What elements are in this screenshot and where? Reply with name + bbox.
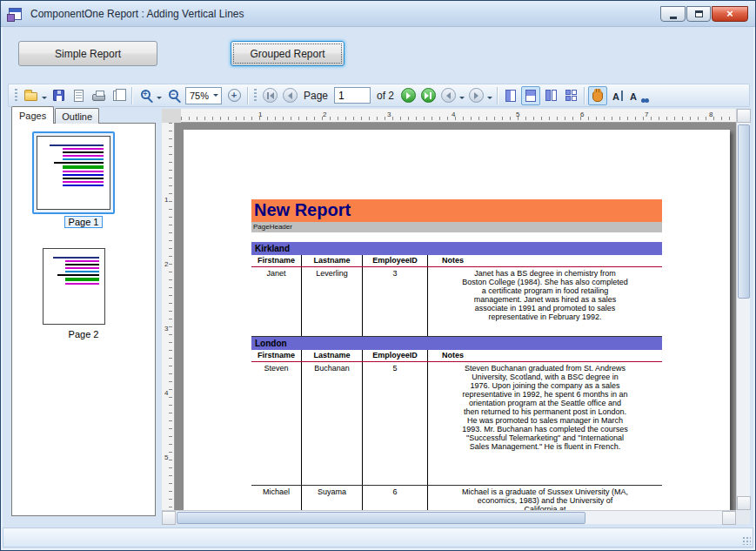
page-setup-button[interactable] bbox=[69, 86, 88, 105]
scroll-up-button[interactable] bbox=[737, 109, 751, 123]
facing-pages-view-button[interactable] bbox=[541, 86, 560, 105]
single-page-view-button[interactable] bbox=[501, 86, 520, 105]
vertical-ruler: 1 2 3 4 5 bbox=[162, 123, 175, 510]
zoom-dropdown-arrow-icon[interactable] bbox=[157, 97, 162, 102]
history-forward-button[interactable] bbox=[466, 86, 485, 105]
hruler-mark: 1 bbox=[258, 111, 262, 118]
toolbar-separator bbox=[497, 87, 498, 104]
arrow-right-icon bbox=[727, 515, 733, 521]
next-page-button[interactable] bbox=[398, 86, 418, 105]
grouped-report-button[interactable]: Grouped Report bbox=[231, 41, 345, 66]
history-back-icon bbox=[441, 88, 456, 103]
continuous-view-button[interactable] bbox=[521, 86, 540, 105]
cell-notes: Steven Buchanan graduated from St. Andre… bbox=[427, 362, 662, 485]
toolbar-grip[interactable] bbox=[15, 89, 17, 103]
horizontal-scrollbar[interactable] bbox=[162, 510, 736, 524]
close-button[interactable]: × bbox=[712, 6, 748, 22]
toolbar-separator bbox=[247, 87, 248, 104]
group-header-kirkland: Kirkland bbox=[251, 242, 662, 255]
continuous-facing-view-icon bbox=[565, 90, 577, 101]
save-floppy-icon bbox=[53, 90, 64, 101]
cell-notes: Michael is a graduate of Sussex Universi… bbox=[427, 486, 662, 510]
scroll-right-button[interactable] bbox=[722, 511, 736, 525]
column-header-notes: Notes bbox=[427, 255, 662, 266]
hruler-mark: 4 bbox=[452, 111, 455, 118]
history-forward-arrow-icon[interactable] bbox=[487, 97, 492, 102]
last-page-icon bbox=[421, 88, 436, 103]
previous-page-icon bbox=[283, 88, 298, 103]
zoom-in-button[interactable] bbox=[136, 86, 155, 105]
tab-pages[interactable]: Pages bbox=[11, 106, 54, 124]
minimize-button[interactable] bbox=[660, 6, 686, 22]
column-header-lastname: Lastname bbox=[301, 255, 362, 266]
report-title: New Report bbox=[254, 200, 351, 219]
save-button[interactable] bbox=[49, 86, 68, 105]
open-report-button[interactable] bbox=[21, 86, 40, 105]
history-forward-icon bbox=[469, 88, 484, 103]
zoom-level-combo[interactable]: 75% bbox=[185, 87, 222, 104]
open-dropdown-arrow-icon[interactable] bbox=[42, 97, 47, 102]
report-viewport[interactable]: New Report PageHeader Kirkland Firstname… bbox=[175, 123, 736, 510]
zoom-step-button[interactable] bbox=[224, 86, 244, 105]
page-1-thumbnail[interactable] bbox=[32, 131, 115, 214]
vertical-scrollbar[interactable] bbox=[736, 109, 750, 510]
previous-page-button[interactable] bbox=[280, 86, 299, 105]
zoom-out-icon bbox=[169, 90, 178, 99]
simple-report-button[interactable]: Simple Report bbox=[18, 41, 157, 66]
hand-tool-button[interactable] bbox=[588, 86, 607, 105]
horizontal-scroll-thumb[interactable] bbox=[177, 512, 585, 524]
hruler-mark: 2 bbox=[323, 111, 326, 118]
export-button[interactable] bbox=[109, 86, 128, 105]
copy-pages-icon bbox=[113, 91, 122, 101]
preview-toolbar: 75% Page of 2 bbox=[8, 84, 750, 107]
tab-outline[interactable]: Outline bbox=[55, 108, 99, 124]
zoom-out-button[interactable] bbox=[164, 86, 183, 105]
history-back-arrow-icon[interactable] bbox=[459, 97, 465, 102]
cell-lastname: Buchanan bbox=[301, 362, 362, 485]
continuous-view-icon bbox=[525, 90, 536, 102]
text-select-tool-button[interactable] bbox=[608, 86, 627, 105]
report-page: New Report PageHeader Kirkland Firstname… bbox=[184, 130, 730, 510]
cell-employeeid: 3 bbox=[362, 267, 427, 336]
zoom-in-icon bbox=[141, 90, 151, 99]
page-number-input[interactable] bbox=[334, 87, 371, 104]
arrow-up-icon bbox=[741, 112, 746, 118]
thumbnail-content bbox=[47, 255, 99, 285]
ruler-corner bbox=[162, 109, 181, 123]
vruler-mark: 2 bbox=[164, 260, 168, 268]
page-2-thumbnail-image bbox=[43, 248, 105, 325]
arrow-down-icon bbox=[741, 501, 746, 507]
table-row: Janet Leverling 3 Janet has a BS degree … bbox=[251, 267, 662, 337]
next-page-icon bbox=[401, 88, 416, 103]
single-page-view-icon bbox=[505, 90, 516, 102]
history-back-button[interactable] bbox=[438, 86, 458, 105]
maximize-icon bbox=[695, 10, 703, 17]
maximize-button[interactable] bbox=[686, 6, 711, 22]
window-title: ComponentOne Report : Adding Vertical Li… bbox=[30, 8, 244, 20]
scroll-left-button[interactable] bbox=[162, 511, 176, 525]
continuous-facing-view-button[interactable] bbox=[561, 86, 580, 105]
vruler-mark: 5 bbox=[164, 454, 168, 461]
toolbar-grip[interactable] bbox=[254, 89, 257, 103]
first-page-button[interactable] bbox=[260, 86, 279, 105]
last-page-button[interactable] bbox=[418, 86, 438, 105]
page-2-thumbnail[interactable] bbox=[43, 248, 105, 325]
page-count-label: of 2 bbox=[377, 90, 394, 102]
column-header-employeeid: EmployeeID bbox=[362, 255, 427, 266]
text-select-icon bbox=[612, 88, 623, 104]
app-window: ComponentOne Report : Adding Vertical Li… bbox=[0, 0, 756, 551]
column-header-notes: Notes bbox=[427, 350, 662, 361]
find-button[interactable] bbox=[628, 86, 647, 105]
vertical-scroll-thumb[interactable] bbox=[738, 124, 750, 299]
preview-area: 1 2 3 4 5 6 7 8 1 2 3 4 5 New Report Pag… bbox=[162, 109, 750, 524]
print-button[interactable] bbox=[89, 86, 108, 105]
scroll-down-button[interactable] bbox=[737, 496, 751, 510]
column-header-firstname: Firstname bbox=[251, 255, 301, 266]
arrow-left-icon bbox=[165, 515, 171, 521]
cell-lastname: Leverling bbox=[301, 267, 362, 336]
facing-pages-view-icon bbox=[545, 90, 557, 101]
toolbar-separator bbox=[131, 87, 132, 104]
table-header-row: Firstname Lastname EmployeeID Notes bbox=[251, 350, 662, 362]
page-1-thumbnail-image bbox=[37, 136, 110, 210]
circle-plus-icon bbox=[228, 89, 241, 102]
